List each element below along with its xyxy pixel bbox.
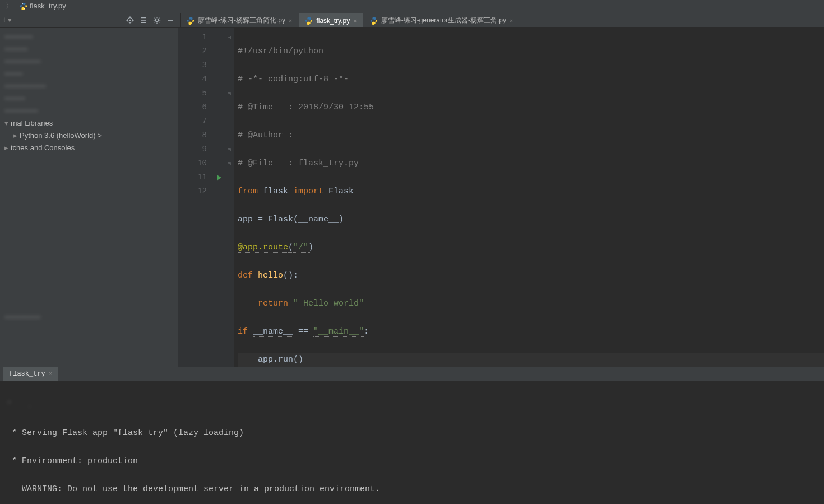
run-tab-label: flask_try <box>9 370 45 378</box>
run-tabs: flask_try × <box>0 367 824 381</box>
tree-label: tches and Consoles <box>11 144 75 152</box>
tree-label: rnal Libraries <box>11 119 53 127</box>
svg-point-1 <box>24 8 25 8</box>
python-file-icon <box>187 17 195 25</box>
project-dropdown[interactable]: t <box>3 16 6 24</box>
line-number-gutter: 1 2 3 4 5 6 7 8 9 10 11 12 <box>178 28 214 367</box>
svg-point-0 <box>22 3 23 4</box>
fold-end-icon: ⊟ <box>224 156 234 170</box>
close-icon[interactable]: × <box>510 17 513 24</box>
fold-icon[interactable]: ⊟ <box>224 30 234 44</box>
chevron-down-icon: ▾ <box>8 16 12 24</box>
run-gutter <box>214 28 224 367</box>
project-pane: t ▾ ▪▪▪▪▪▪▪▪▪▪▪ ▪▪▪▪▪▪▪▪▪ ▪▪▪▪▪▪▪▪▪▪▪▪▪▪… <box>0 12 178 367</box>
breadcrumb-label: flask_try.py <box>30 2 66 10</box>
svg-point-3 <box>129 19 131 21</box>
chevron-right-icon: ▸ <box>13 131 17 140</box>
close-icon[interactable]: × <box>49 371 53 377</box>
tree-item-python[interactable]: ▸ Python 3.6 (helloWorld) > <box>0 129 178 141</box>
editor-tab[interactable]: 廖雪峰-练习-杨辉三角简化.py × <box>180 13 298 27</box>
breadcrumb: 〉 flask_try.py <box>0 0 824 12</box>
tab-label: 廖雪峰-练习-generator生成器-杨辉三角.py <box>381 16 506 25</box>
svg-point-4 <box>155 19 158 21</box>
close-icon[interactable]: × <box>353 17 357 24</box>
fold-end-icon: ⊟ <box>224 86 234 100</box>
run-line-icon[interactable] <box>214 170 224 184</box>
code-editor[interactable]: 1 2 3 4 5 6 7 8 9 10 11 12 <box>178 28 824 367</box>
close-icon[interactable]: × <box>289 17 292 24</box>
console-output[interactable]: " . * Serving Flask app "flask_try" (laz… <box>0 381 824 504</box>
project-tree[interactable]: ▪▪▪▪▪▪▪▪▪▪▪ ▪▪▪▪▪▪▪▪▪ ▪▪▪▪▪▪▪▪▪▪▪▪▪▪ ▪▪▪… <box>0 28 178 367</box>
editor-tab[interactable]: 廖雪峰-练习-generator生成器-杨辉三角.py × <box>364 13 520 27</box>
fold-gutter: ⊟ ⊟ ⊟ ⊟ <box>224 28 234 367</box>
collapse-icon[interactable] <box>140 16 147 24</box>
gear-icon[interactable] <box>153 16 161 24</box>
tab-label: 廖雪峰-练习-杨辉三角简化.py <box>198 16 285 25</box>
locate-icon[interactable] <box>126 16 134 24</box>
code-content[interactable]: #!/usr/bin/python # -*- coding:utf-8 -*-… <box>234 28 824 367</box>
breadcrumb-item-file[interactable]: flask_try.py <box>16 2 70 10</box>
tree-label: Python 3.6 (helloWorld) > <box>20 131 102 140</box>
python-file-icon <box>305 17 313 25</box>
chevron-right-icon: ▸ <box>4 144 8 152</box>
chevron-down-icon: ▾ <box>4 119 8 127</box>
chevron-right-icon: 〉 <box>6 1 13 11</box>
python-file-icon <box>20 2 27 10</box>
breadcrumb-item-parent[interactable]: 〉 <box>2 1 16 11</box>
tree-item-scratches[interactable]: ▸ tches and Consoles <box>0 141 178 154</box>
project-toolbar: t ▾ <box>0 12 178 28</box>
minimize-icon[interactable] <box>166 16 174 24</box>
run-tool-window: flask_try × " . * Serving Flask app "fla… <box>0 367 824 504</box>
run-tab[interactable]: flask_try × <box>3 367 58 381</box>
tab-label: flask_try.py <box>316 17 350 25</box>
tree-item-external-libs[interactable]: ▾ rnal Libraries <box>0 117 178 129</box>
python-file-icon <box>370 17 378 25</box>
editor-tab-active[interactable]: flask_try.py × <box>299 13 363 27</box>
fold-icon[interactable]: ⊟ <box>224 142 234 156</box>
editor-tabs: 廖雪峰-练习-杨辉三角简化.py × flask_try.py × 廖雪峰-练习… <box>178 12 824 28</box>
